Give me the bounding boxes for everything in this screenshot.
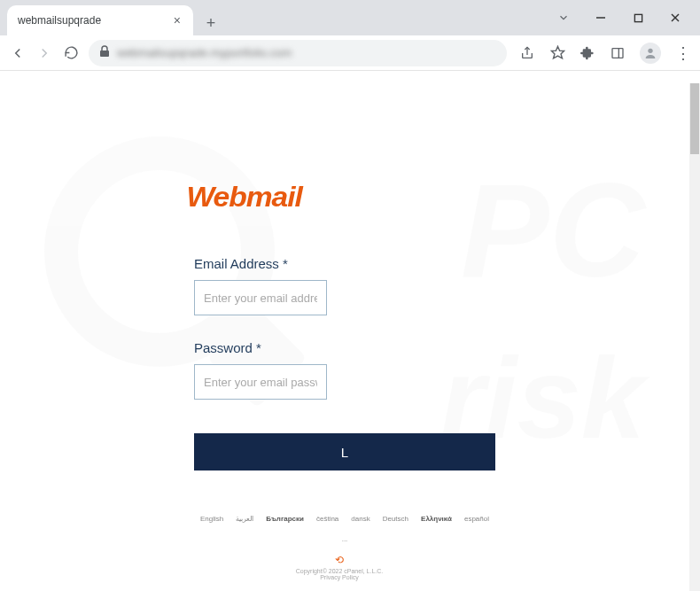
forward-button[interactable] xyxy=(35,44,53,62)
page-footer: ⟲ Copyright© 2022 cPanel, L.L.C. Privacy… xyxy=(0,554,679,580)
password-field-group: Password * xyxy=(194,340,495,400)
share-icon[interactable] xyxy=(519,45,535,61)
window-close-button[interactable] xyxy=(665,12,686,23)
copyright-text: Copyright© 2022 cPanel, L.L.C. xyxy=(0,568,679,574)
lang-option[interactable]: Deutsch xyxy=(383,515,408,523)
webmail-logo: Webmail xyxy=(187,181,503,214)
lang-option[interactable]: العربية xyxy=(236,515,253,523)
new-tab-button[interactable]: + xyxy=(198,11,223,35)
window-controls xyxy=(553,0,700,35)
email-label: Email Address * xyxy=(194,256,495,271)
vertical-scrollbar[interactable] xyxy=(689,83,700,591)
email-field-group: Email Address * xyxy=(194,256,495,315)
toolbar-actions: ⋮ xyxy=(519,43,691,64)
scrollbar-thumb[interactable] xyxy=(690,83,699,154)
lang-option[interactable]: Ελληνικά xyxy=(421,515,452,523)
tab-title: webmailsupqrade xyxy=(18,14,172,27)
svg-rect-4 xyxy=(100,51,109,57)
email-input[interactable] xyxy=(194,280,327,315)
browser-tab[interactable]: webmailsupqrade × xyxy=(7,5,193,35)
url-text: webmailsupqrade.myportfolio.com xyxy=(117,46,292,59)
svg-point-9 xyxy=(648,48,652,52)
close-tab-icon[interactable]: × xyxy=(172,13,183,27)
login-form: Webmail Email Address * Password * L Eng… xyxy=(194,83,495,543)
tab-search-icon[interactable] xyxy=(553,12,574,24)
svg-rect-7 xyxy=(612,48,623,58)
window-maximize-button[interactable] xyxy=(627,13,649,23)
svg-rect-1 xyxy=(634,14,642,21)
lang-option[interactable]: dansk xyxy=(351,515,369,523)
extensions-icon[interactable] xyxy=(579,45,595,61)
tab-strip: webmailsupqrade × + xyxy=(0,0,700,35)
lang-option[interactable]: español xyxy=(464,515,489,523)
page-viewport: PC risk Webmail Email Address * Password… xyxy=(0,83,700,591)
page-content: PC risk Webmail Email Address * Password… xyxy=(0,83,689,591)
password-input[interactable] xyxy=(194,364,327,400)
bookmark-star-icon[interactable] xyxy=(549,45,565,61)
browser-toolbar: webmailsupqrade.myportfolio.com ⋮ xyxy=(0,35,700,71)
svg-marker-6 xyxy=(551,46,564,58)
login-button[interactable]: L xyxy=(194,433,495,470)
lang-option[interactable]: English xyxy=(200,515,223,523)
language-selector: English العربية Български čeština dansk … xyxy=(194,515,495,543)
reload-button[interactable] xyxy=(62,44,80,62)
address-bar[interactable]: webmailsupqrade.myportfolio.com xyxy=(89,40,507,66)
privacy-link[interactable]: Privacy Policy xyxy=(0,574,679,580)
side-panel-icon[interactable] xyxy=(610,45,626,61)
lang-more[interactable]: ... xyxy=(342,535,348,543)
menu-icon[interactable]: ⋮ xyxy=(675,45,691,61)
cpanel-icon: ⟲ xyxy=(0,554,679,566)
password-label: Password * xyxy=(194,340,495,355)
back-button[interactable] xyxy=(9,44,27,62)
profile-avatar[interactable] xyxy=(640,43,661,64)
lang-option[interactable]: čeština xyxy=(316,515,338,523)
lang-option[interactable]: Български xyxy=(266,515,304,523)
lock-icon xyxy=(99,45,110,61)
window-minimize-button[interactable] xyxy=(590,12,611,23)
